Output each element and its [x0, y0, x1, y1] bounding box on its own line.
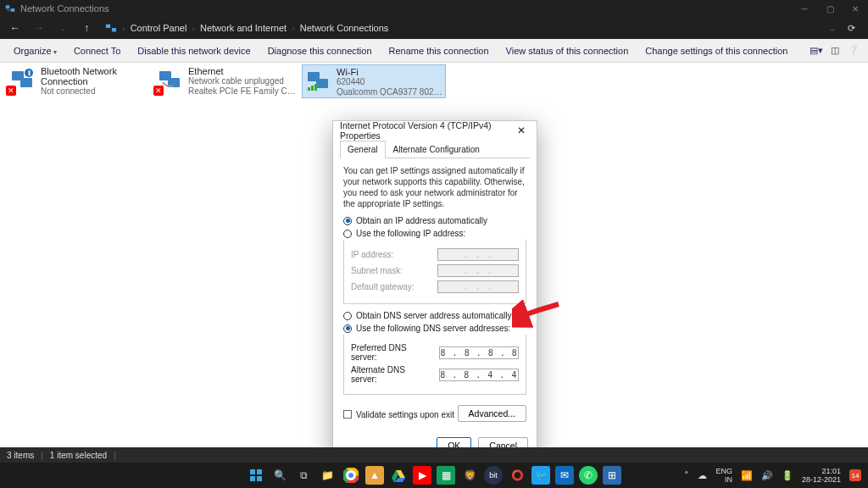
language-indicator[interactable]: ENGIN — [715, 467, 732, 484]
sheets-icon[interactable]: ▦ — [437, 466, 455, 485]
ipv4-properties-dialog: Internet Protocol Version 4 (TCP/IPv4) P… — [332, 120, 537, 463]
command-bar: Organize Connect To Disable this network… — [0, 39, 868, 63]
validate-settings-checkbox[interactable]: Validate settings upon exit — [343, 410, 454, 419]
connection-status: Network cable unplugged — [188, 76, 297, 86]
preferred-dns-input[interactable]: 8 . 8 . 8 . 8 — [439, 347, 519, 359]
organize-menu[interactable]: Organize — [5, 42, 65, 59]
view-options-button[interactable]: ▤▾ — [807, 45, 826, 56]
connection-status: 620440 — [337, 77, 443, 87]
taskbar: 🔍 ⧉ 📁 ▲ ▶ ▦ 🦁 bit ⭕ 🐦 ✉ ✆ ⊞ ˄ ☁ ENGIN 📶 … — [0, 463, 868, 488]
breadcrumb-control-panel[interactable]: Control Panel — [131, 23, 187, 33]
address-bar[interactable]: › Control Panel › Network and Internet ›… — [100, 22, 836, 34]
network-icon — [5, 3, 15, 14]
task-view-button[interactable]: ⧉ — [294, 466, 313, 485]
navbar: ← → ⌄ ↑ › Control Panel › Network and In… — [0, 17, 868, 39]
connection-name: Wi-Fi — [337, 67, 443, 77]
volume-tray-icon[interactable]: 🔊 — [761, 470, 773, 481]
change-settings-button[interactable]: Change settings of this connection — [637, 42, 796, 59]
preview-pane-button[interactable]: ◫ — [826, 45, 844, 56]
status-bar: 3 items | 1 item selected | — [0, 447, 868, 463]
svg-rect-13 — [314, 84, 317, 91]
radio-icon — [343, 312, 352, 320]
disable-device-button[interactable]: Disable this network device — [129, 42, 259, 59]
titlebar: Network Connections ─ ▢ ✕ — [0, 0, 868, 17]
diagnose-button[interactable]: Diagnose this connection — [259, 42, 381, 59]
chrome-icon[interactable] — [342, 466, 360, 485]
onedrive-icon[interactable]: ☁ — [698, 470, 707, 481]
notification-badge[interactable]: 14 — [849, 469, 861, 481]
app-icon[interactable]: ⊞ — [603, 466, 621, 485]
svg-rect-11 — [308, 87, 310, 91]
dialog-close-button[interactable]: ✕ — [513, 121, 530, 140]
mail-icon[interactable]: ✉ — [555, 466, 574, 485]
radio-obtain-ip-auto[interactable]: Obtain an IP address automatically — [343, 216, 526, 225]
alternate-dns-input[interactable]: 8 . 8 . 4 . 4 — [439, 369, 519, 381]
explorer-icon[interactable]: 📁 — [318, 466, 337, 485]
battery-tray-icon[interactable]: 🔋 — [782, 470, 793, 481]
whatsapp-icon[interactable]: ✆ — [579, 466, 598, 485]
svg-rect-16 — [250, 476, 255, 481]
recent-button[interactable]: ⌄ — [53, 19, 73, 37]
start-button[interactable] — [247, 466, 265, 485]
connection-device: Qualcomm QCA9377 802.11ac Wi... — [337, 87, 443, 96]
label-default-gateway: Default gateway: — [351, 282, 415, 291]
tab-general[interactable]: General — [340, 141, 386, 158]
youtube-icon[interactable]: ▶ — [413, 466, 431, 485]
minimize-button[interactable]: ─ — [792, 0, 817, 17]
twitter-icon[interactable]: 🐦 — [531, 466, 550, 485]
back-button[interactable]: ← — [5, 19, 25, 37]
app-icon[interactable]: ▲ — [365, 466, 384, 485]
dialog-titlebar: Internet Protocol Version 4 (TCP/IPv4) P… — [333, 121, 537, 140]
connection-name: Bluetooth Network Connection — [41, 66, 149, 86]
clock[interactable]: 21:0128-12-2021 — [802, 467, 841, 484]
breadcrumb-network-connections[interactable]: Network Connections — [300, 23, 389, 33]
rename-button[interactable]: Rename this connection — [381, 42, 498, 59]
tab-alternate-configuration[interactable]: Alternate Configuration — [386, 141, 487, 158]
radio-use-following-dns[interactable]: Use the following DNS server addresses: — [343, 324, 526, 333]
label-ip-address: IP address: — [351, 250, 393, 259]
brave-icon[interactable]: 🦁 — [460, 466, 479, 485]
svg-rect-12 — [311, 86, 314, 91]
chevron-down-icon[interactable]: ⌄ — [828, 23, 836, 34]
view-status-button[interactable]: View status of this connection — [498, 42, 637, 59]
connection-bluetooth[interactable]: ✕ Bluetooth Network Connection Not conne… — [7, 64, 151, 98]
bluetooth-icon: ✕ — [8, 66, 36, 93]
refresh-button[interactable]: ⟳ — [839, 23, 863, 34]
checkbox-icon — [343, 410, 352, 419]
app-icon[interactable]: bit — [484, 466, 503, 485]
connection-status: Not connected — [41, 86, 149, 97]
svg-rect-14 — [250, 469, 255, 474]
label-subnet-mask: Subnet mask: — [351, 266, 403, 275]
breadcrumb-network-internet[interactable]: Network and Internet — [200, 23, 287, 33]
radio-obtain-dns-auto[interactable]: Obtain DNS server address automatically — [343, 311, 526, 320]
svg-rect-0 — [6, 5, 10, 8]
tray-chevron-icon[interactable]: ˄ — [684, 470, 689, 481]
up-button[interactable]: ↑ — [76, 19, 97, 37]
ethernet-icon: ✕ — [156, 66, 183, 93]
opera-icon[interactable]: ⭕ — [508, 466, 526, 485]
wifi-icon — [304, 67, 331, 94]
help-button[interactable]: ❔ — [844, 45, 863, 56]
advanced-button[interactable]: Advanced... — [458, 405, 526, 422]
radio-use-following-ip[interactable]: Use the following IP address: — [343, 229, 526, 238]
disconnected-icon: ✕ — [153, 86, 164, 96]
drive-icon[interactable] — [389, 466, 408, 485]
svg-rect-15 — [257, 469, 262, 474]
status-item-count: 3 items — [7, 451, 34, 460]
dialog-description: You can get IP settings assigned automat… — [343, 165, 526, 209]
wifi-tray-icon[interactable]: 📶 — [741, 470, 753, 481]
maximize-button[interactable]: ▢ — [817, 0, 843, 17]
connection-ethernet[interactable]: ✕ Ethernet Network cable unplugged Realt… — [154, 64, 298, 98]
forward-button[interactable]: → — [29, 19, 49, 37]
label-alternate-dns: Alternate DNS server: — [351, 365, 432, 384]
connection-device: Realtek PCIe FE Family Controller — [188, 86, 297, 97]
radio-icon — [343, 230, 352, 238]
connect-to-button[interactable]: Connect To — [65, 42, 129, 59]
search-button[interactable]: 🔍 — [270, 466, 289, 485]
connection-wifi[interactable]: Wi-Fi 620440 Qualcomm QCA9377 802.11ac W… — [302, 64, 446, 98]
close-button[interactable]: ✕ — [843, 0, 868, 17]
svg-rect-5 — [20, 78, 32, 87]
svg-rect-1 — [11, 8, 15, 12]
window-title: Network Connections — [20, 3, 109, 14]
connection-name: Ethernet — [188, 66, 297, 76]
